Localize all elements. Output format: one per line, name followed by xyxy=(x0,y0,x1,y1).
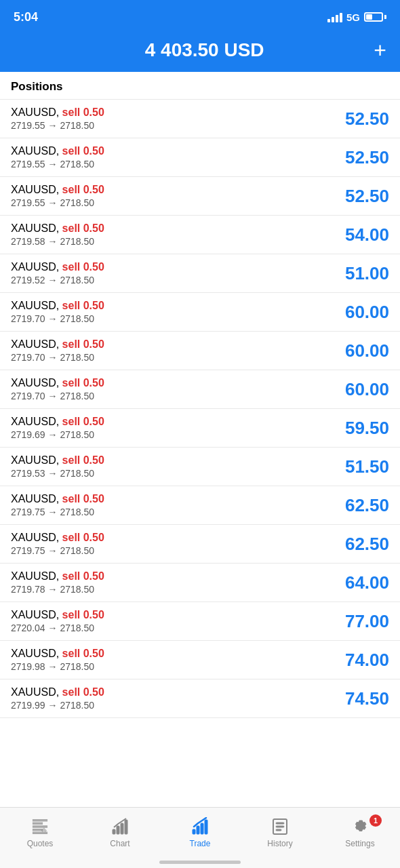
position-symbol: XAUUSD, xyxy=(11,454,62,466)
position-route: 2719.70 → 2718.50 xyxy=(11,313,104,324)
trade-icon xyxy=(191,817,209,836)
nav-item-trade[interactable]: Trade xyxy=(173,817,227,848)
position-symbol: XAUUSD, xyxy=(11,300,62,311)
position-route: 2719.98 → 2718.50 xyxy=(11,661,104,672)
chart-icon xyxy=(111,817,129,836)
account-balance: 4 403.50 USD xyxy=(35,39,374,61)
position-item[interactable]: XAUUSD, sell 0.50 2719.70 → 2718.50 60.0… xyxy=(0,370,400,409)
position-symbol: XAUUSD, xyxy=(11,338,62,350)
position-value: 74.00 xyxy=(321,650,389,671)
position-item[interactable]: XAUUSD, sell 0.50 2719.53 → 2718.50 51.5… xyxy=(0,448,400,486)
nav-item-chart[interactable]: Chart xyxy=(93,817,147,848)
position-item[interactable]: XAUUSD, sell 0.50 2719.98 → 2718.50 74.0… xyxy=(0,641,400,679)
position-value: 60.00 xyxy=(321,379,389,400)
position-symbol: XAUUSD, xyxy=(11,609,62,620)
position-value: 52.50 xyxy=(321,147,389,168)
position-title: XAUUSD, sell 0.50 xyxy=(11,454,104,467)
position-list: XAUUSD, sell 0.50 2719.55 → 2718.50 52.5… xyxy=(0,100,400,718)
position-left: XAUUSD, sell 0.50 2719.70 → 2718.50 xyxy=(11,377,104,401)
position-title: XAUUSD, sell 0.50 xyxy=(11,609,104,621)
position-item[interactable]: XAUUSD, sell 0.50 2719.55 → 2718.50 52.5… xyxy=(0,138,400,177)
battery-icon xyxy=(364,12,386,22)
position-symbol: XAUUSD, xyxy=(11,184,62,195)
position-title: XAUUSD, sell 0.50 xyxy=(11,261,104,273)
position-left: XAUUSD, sell 0.50 2719.55 → 2718.50 xyxy=(11,145,104,170)
position-symbol: XAUUSD, xyxy=(11,145,62,157)
bottom-nav: Quotes Chart Trade History 1 Settings xyxy=(0,807,400,868)
position-symbol: XAUUSD, xyxy=(11,648,62,659)
status-bar: 5:04 5G xyxy=(0,0,400,34)
svg-rect-4 xyxy=(193,829,195,834)
quotes-icon xyxy=(31,817,49,836)
position-value: 60.00 xyxy=(321,302,389,323)
nav-item-quotes[interactable]: Quotes xyxy=(13,817,67,848)
position-action: sell 0.50 xyxy=(62,570,104,582)
position-item[interactable]: XAUUSD, sell 0.50 2719.75 → 2718.50 62.5… xyxy=(0,486,400,525)
position-left: XAUUSD, sell 0.50 2719.70 → 2718.50 xyxy=(11,338,104,363)
svg-rect-11 xyxy=(276,829,281,831)
position-item[interactable]: XAUUSD, sell 0.50 2720.04 → 2718.50 77.0… xyxy=(0,602,400,641)
position-symbol: XAUUSD, xyxy=(11,222,62,234)
svg-rect-5 xyxy=(197,826,199,834)
position-item[interactable]: XAUUSD, sell 0.50 2719.55 → 2718.50 52.5… xyxy=(0,100,400,138)
position-item[interactable]: XAUUSD, sell 0.50 2719.55 → 2718.50 52.5… xyxy=(0,177,400,216)
position-symbol: XAUUSD, xyxy=(11,532,62,543)
nav-item-history[interactable]: History xyxy=(253,817,307,848)
position-symbol: XAUUSD, xyxy=(11,686,62,698)
position-item[interactable]: XAUUSD, sell 0.50 2719.70 → 2718.50 60.0… xyxy=(0,293,400,332)
history-icon xyxy=(271,817,289,836)
position-item[interactable]: XAUUSD, sell 0.50 2719.70 → 2718.50 60.0… xyxy=(0,332,400,370)
position-route: 2719.55 → 2718.50 xyxy=(11,120,104,131)
position-title: XAUUSD, sell 0.50 xyxy=(11,686,104,698)
position-left: XAUUSD, sell 0.50 2719.78 → 2718.50 xyxy=(11,570,104,595)
position-route: 2719.52 → 2718.50 xyxy=(11,275,104,285)
position-item[interactable]: XAUUSD, sell 0.50 2719.99 → 2718.50 74.5… xyxy=(0,679,400,718)
position-title: XAUUSD, sell 0.50 xyxy=(11,493,104,505)
position-action: sell 0.50 xyxy=(62,106,104,118)
position-item[interactable]: XAUUSD, sell 0.50 2719.52 → 2718.50 51.0… xyxy=(0,254,400,293)
position-value: 51.00 xyxy=(321,263,389,284)
position-value: 59.50 xyxy=(321,418,389,439)
nav-label-chart: Chart xyxy=(110,839,129,848)
position-title: XAUUSD, sell 0.50 xyxy=(11,300,104,312)
position-action: sell 0.50 xyxy=(62,686,104,698)
position-action: sell 0.50 xyxy=(62,609,104,620)
position-left: XAUUSD, sell 0.50 2719.99 → 2718.50 xyxy=(11,686,104,711)
position-action: sell 0.50 xyxy=(62,184,104,195)
position-title: XAUUSD, sell 0.50 xyxy=(11,532,104,544)
position-symbol: XAUUSD, xyxy=(11,377,62,389)
position-route: 2719.70 → 2718.50 xyxy=(11,352,104,363)
svg-rect-7 xyxy=(205,820,207,834)
add-button[interactable]: + xyxy=(374,39,386,61)
nav-label-settings: Settings xyxy=(345,839,374,848)
position-left: XAUUSD, sell 0.50 2719.58 → 2718.50 xyxy=(11,222,104,247)
position-route: 2719.55 → 2718.50 xyxy=(11,197,104,208)
nav-badge: 1 xyxy=(369,814,382,827)
status-time: 5:04 xyxy=(14,10,38,24)
nav-label-history: History xyxy=(267,839,292,848)
nav-item-settings[interactable]: 1 Settings xyxy=(333,817,387,848)
position-route: 2719.58 → 2718.50 xyxy=(11,236,104,247)
svg-rect-9 xyxy=(276,823,284,824)
home-indicator xyxy=(159,861,241,864)
position-value: 62.50 xyxy=(321,495,389,516)
position-title: XAUUSD, sell 0.50 xyxy=(11,184,104,196)
position-item[interactable]: XAUUSD, sell 0.50 2719.78 → 2718.50 64.0… xyxy=(0,564,400,602)
header: 4 403.50 USD + xyxy=(0,34,400,72)
position-left: XAUUSD, sell 0.50 2719.69 → 2718.50 xyxy=(11,416,104,440)
position-route: 2719.70 → 2718.50 xyxy=(11,391,104,401)
position-action: sell 0.50 xyxy=(62,416,104,427)
status-icons: 5G xyxy=(327,12,386,23)
position-action: sell 0.50 xyxy=(62,300,104,311)
signal-icon xyxy=(327,12,342,22)
position-value: 54.00 xyxy=(321,224,389,245)
position-item[interactable]: XAUUSD, sell 0.50 2719.69 → 2718.50 59.5… xyxy=(0,409,400,448)
position-action: sell 0.50 xyxy=(62,648,104,659)
position-route: 2719.53 → 2718.50 xyxy=(11,468,104,479)
position-value: 51.50 xyxy=(321,456,389,477)
position-value: 74.50 xyxy=(321,688,389,709)
position-symbol: XAUUSD, xyxy=(11,570,62,582)
position-item[interactable]: XAUUSD, sell 0.50 2719.58 → 2718.50 54.0… xyxy=(0,216,400,254)
nav-label-trade: Trade xyxy=(190,839,211,848)
position-item[interactable]: XAUUSD, sell 0.50 2719.75 → 2718.50 62.5… xyxy=(0,525,400,564)
